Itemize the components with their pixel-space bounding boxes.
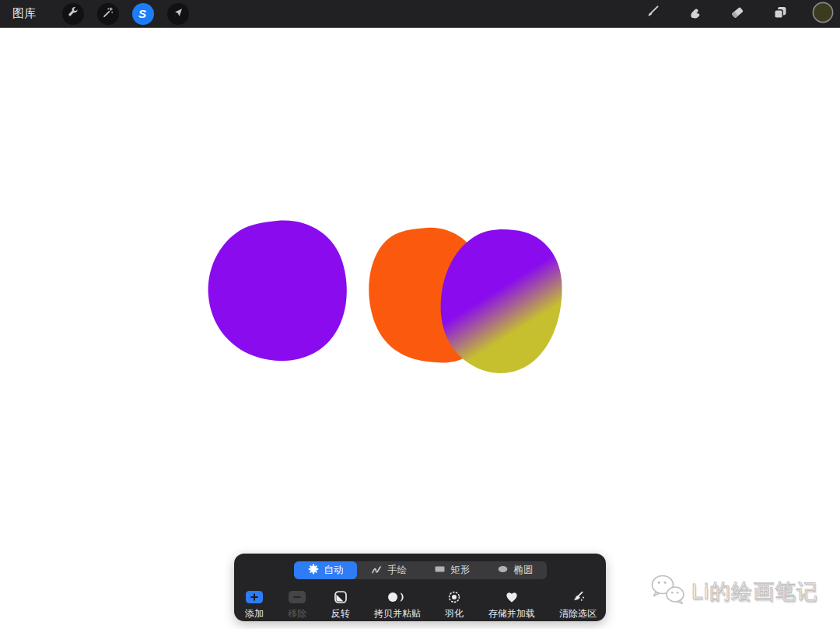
action-label: 拷贝并粘贴 — [374, 607, 421, 620]
mode-label: 手绘 — [387, 564, 407, 577]
drawing-canvas[interactable] — [0, 29, 840, 629]
mode-freehand[interactable]: 手绘 — [357, 561, 420, 579]
clear-selection-button[interactable]: 清除选区 — [559, 589, 597, 621]
save-load-button[interactable]: 存储并加载 — [488, 589, 535, 621]
purple-blob — [208, 221, 347, 362]
feather-button[interactable]: 羽化 — [445, 589, 464, 621]
selection-actions-row: 添加 移除 反转 — [234, 586, 606, 621]
remove-button[interactable]: 移除 — [288, 589, 306, 621]
feather-icon — [447, 589, 461, 604]
rectangle-icon — [434, 564, 446, 577]
action-label: 羽化 — [445, 607, 464, 620]
add-plus-icon — [245, 589, 264, 604]
freehand-icon — [371, 564, 383, 577]
remove-minus-icon — [288, 589, 306, 604]
mode-rectangle[interactable]: 矩形 — [421, 561, 484, 579]
action-label: 清除选区 — [559, 607, 597, 620]
action-label: 存储并加载 — [488, 607, 535, 620]
mode-automatic[interactable]: 自动 — [294, 561, 357, 579]
copy-paste-icon — [387, 589, 408, 604]
mode-ellipse[interactable]: 椭圆 — [484, 561, 547, 579]
mode-label: 矩形 — [450, 564, 470, 577]
action-label: 移除 — [288, 607, 306, 620]
painted-blobs — [0, 0, 840, 629]
copy-paste-button[interactable]: 拷贝并粘贴 — [374, 589, 421, 621]
invert-icon — [334, 589, 348, 604]
invert-button[interactable]: 反转 — [331, 589, 350, 621]
sweep-brush-icon — [570, 589, 586, 604]
automatic-icon — [308, 564, 319, 577]
selection-panel: 自动 手绘 矩形 — [234, 554, 606, 621]
ellipse-icon — [497, 564, 509, 577]
add-button[interactable]: 添加 — [245, 589, 264, 621]
mode-label: 自动 — [324, 564, 343, 577]
action-label: 添加 — [245, 607, 264, 620]
gradient-blob — [441, 229, 562, 373]
mode-label: 椭圆 — [513, 564, 533, 577]
procreate-screen: 图库 S — [0, 0, 840, 629]
heart-icon — [505, 589, 519, 604]
selection-mode-segmented-control: 自动 手绘 矩形 — [294, 561, 547, 579]
action-label: 反转 — [331, 607, 350, 620]
